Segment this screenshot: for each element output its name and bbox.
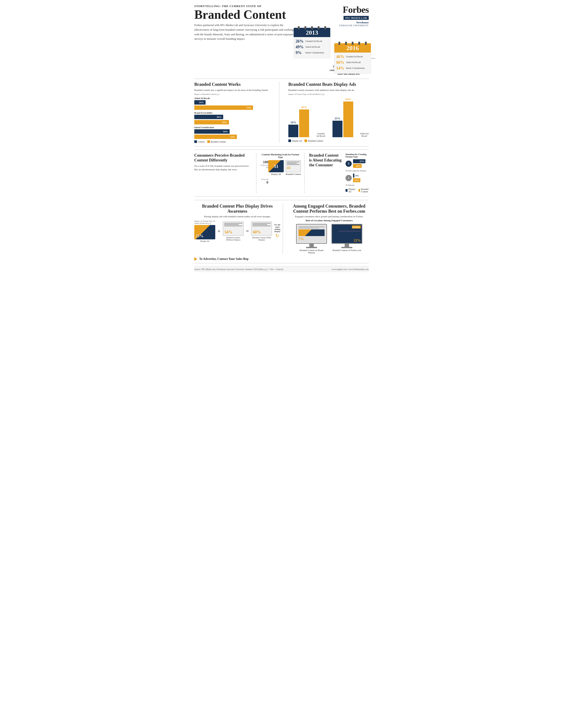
educating-legend: Display Ad Branded Content bbox=[346, 188, 370, 193]
calendar-2013: 2013 26% Unaided Ad Recall 49% Aided Ad … bbox=[294, 28, 330, 63]
ed-legend-branded-label: Branded Content bbox=[361, 188, 370, 193]
cal-row-1: 49% Aided Ad Recall bbox=[296, 45, 328, 49]
awareness-desc: Pairing display ads with branded content… bbox=[194, 215, 280, 218]
formula-branded-with-caption: Branded Content (With Display) bbox=[251, 236, 272, 241]
legend-control: Control bbox=[194, 140, 205, 143]
scale-bottom-number: Is An Ad 0 bbox=[260, 178, 268, 184]
awareness-title: Branded Content Plus Display Drives Awar… bbox=[194, 204, 280, 214]
formula-display-pct: 25% bbox=[195, 234, 203, 238]
beats-group-title-0: Unaided Ad Recall bbox=[316, 132, 326, 137]
lift-note: 9% lift when adding display bbox=[274, 224, 280, 233]
sim-l2 bbox=[224, 224, 239, 225]
intention-sell-row: $ 37% 26% bbox=[346, 159, 370, 168]
formula-lift: 9% lift when adding display ↻ bbox=[274, 224, 280, 239]
header: STORYTELLING: THE CURRENT STATE OF Brand… bbox=[194, 4, 369, 76]
bbar-branded-1: 54% bbox=[343, 98, 353, 137]
bar-gold-0: 73% bbox=[194, 105, 253, 110]
ed-legend-display-label: Display Ad bbox=[349, 188, 356, 193]
bbar-inner-branded-0 bbox=[299, 109, 309, 137]
header-right: Forbes IPG MEDIA LAB Newhouse SYRACUSE U… bbox=[294, 4, 369, 76]
formula-branded-no-pct: 54% bbox=[224, 230, 232, 235]
cal-label-2: Intent/ Consideration bbox=[305, 51, 324, 54]
bar-pct-dark-0: 14% bbox=[198, 101, 205, 104]
educate-bar-display: 4% bbox=[353, 174, 370, 178]
divider-3 bbox=[194, 263, 369, 263]
beats-chart: 19% 42% Unaided Ad Recall 25% bbox=[289, 98, 369, 137]
formula-plus: + bbox=[217, 228, 220, 234]
beats-legend: Display Ad Branded Content bbox=[289, 139, 369, 142]
beats-group-title-1: Aided Ad Recall bbox=[360, 132, 369, 137]
cal-pct-2016-1: 66% bbox=[336, 60, 345, 65]
formula-branded-with-pct: 60% bbox=[253, 230, 261, 235]
forbes-sim-l2 bbox=[339, 231, 361, 232]
cal-label-2016-2: Intent/ Consideration bbox=[346, 67, 365, 69]
works-metric-1: Brand Favorability 36% 43% bbox=[194, 112, 274, 124]
cal-header-2013: 2013 bbox=[294, 28, 330, 37]
brand-sim-img bbox=[299, 229, 325, 236]
year-2016: 2016 bbox=[337, 45, 369, 52]
header-left: STORYTELLING: THE CURRENT STATE OF Brand… bbox=[194, 4, 294, 41]
educating-title-col: Branded Content is About Educating the C… bbox=[309, 153, 342, 193]
perceive-title: Consumers Perceive Branded Content Diffe… bbox=[194, 153, 252, 163]
beats-title: Branded Content Beats Display Ads bbox=[289, 82, 369, 87]
cal-row-2: 9% Intent/ Consideration bbox=[296, 51, 328, 55]
educate-label: To Educate bbox=[346, 184, 370, 186]
forbes-monitor-pct: 22% bbox=[354, 238, 361, 242]
legend-box-gold bbox=[207, 140, 210, 143]
display-formula: Impact of Format Type on Aided Ad Recall… bbox=[194, 220, 280, 242]
brand-monitor-content: 7% bbox=[298, 225, 326, 242]
footer-source: Source: IPG Media Lab, Newhouse Syracuse… bbox=[194, 268, 283, 270]
beats-impact-note: Impact of Format Type on Recall Metrics … bbox=[289, 93, 369, 95]
beats-legend-display: Display Ad bbox=[289, 139, 302, 142]
forbes-monitor-inner: Forbes 22% bbox=[332, 225, 362, 243]
year-2013: 2013 bbox=[296, 29, 328, 36]
formula-display-note: Impact of Format Type on Aided Ad Recall… bbox=[194, 220, 215, 224]
footer-web1: www.ipglab.com bbox=[332, 268, 347, 270]
works-metric-2: Intent/Consideration 44% 53% bbox=[194, 126, 274, 139]
brand-monitor-inner: 7% bbox=[297, 225, 326, 243]
ed-legend-display: Display Ad bbox=[346, 188, 356, 193]
metric-label-1: Brand Favorability bbox=[194, 112, 274, 114]
works-legend: Control Branded Content bbox=[194, 140, 274, 143]
educate-bars: 4% 22% bbox=[353, 174, 370, 182]
ed-legend-box-dark bbox=[346, 189, 348, 192]
bar-pct-gold-1: 43% bbox=[221, 121, 228, 124]
beats-legend-box-gold bbox=[305, 139, 307, 142]
formula-display-caption: Display Ad bbox=[200, 240, 209, 242]
scale-labels: 100 Is Not An Ad Is An Ad 0 bbox=[260, 160, 268, 184]
brand-monitor-base bbox=[306, 247, 317, 248]
perceive-section: Consumers Perceive Branded Content Diffe… bbox=[194, 153, 256, 193]
intro-text: Forbes partnered with IPG Media Lab and … bbox=[194, 23, 294, 41]
sim-l1 bbox=[224, 223, 242, 224]
bbar-top-pct-branded-1: 54% bbox=[345, 98, 351, 101]
page: STORYTELLING: THE CURRENT STATE OF Brand… bbox=[188, 0, 375, 274]
works-beats-section: Branded Content Works Branded content ha… bbox=[194, 82, 369, 143]
bar-row-gold-2: 53% bbox=[194, 135, 274, 139]
bar-gold-2: 53% bbox=[194, 135, 237, 139]
forbes-monitor-logo: Forbes bbox=[352, 225, 361, 229]
forbes-monitor-base bbox=[341, 247, 352, 248]
sell-icon: $ bbox=[346, 161, 352, 167]
forbes-monitor-caption: Branded Content on Forbes.com bbox=[333, 249, 361, 251]
footer: Source: IPG Media Lab, Newhouse Syracuse… bbox=[194, 266, 369, 272]
beats-desc: Branded content resonates with audiences… bbox=[289, 88, 369, 92]
calendars: 2013 26% Unaided Ad Recall 49% Aided Ad … bbox=[294, 28, 369, 63]
sim-lw3 bbox=[252, 225, 271, 226]
perceive-desc: On a scale of 0-100, branded content was… bbox=[194, 164, 252, 171]
awareness-section: Branded Content Plus Display Drives Awar… bbox=[194, 204, 283, 254]
cal-row-2016-0: 46% Unaided Ad Recall bbox=[336, 54, 369, 59]
educate-branded-pct: 22% bbox=[355, 179, 360, 182]
beats-legend-box-dark bbox=[289, 139, 291, 142]
footer-websites: www.ipglab.com | www.forbesmedia.com bbox=[332, 268, 369, 270]
bar-dark-1: 36% bbox=[194, 115, 223, 119]
educating-section: Branded Content is About Educating the C… bbox=[305, 153, 369, 193]
sell-bar-display: 37% bbox=[353, 159, 370, 163]
bar-pct-dark-2: 44% bbox=[222, 130, 229, 133]
newhouse-logo: Newhouse SYRACUSE UNIVERSITY bbox=[339, 21, 369, 27]
cta-text: To Advertise, Contact Your Sales Rep bbox=[199, 257, 248, 261]
works-impact-note: Impact of Branded Content (△) bbox=[194, 93, 274, 95]
brand-monitor-stand bbox=[309, 244, 314, 247]
beats-group-0: 19% 42% bbox=[289, 105, 309, 137]
brand-monitor-caption: Branded Content on Brand Website bbox=[296, 249, 327, 254]
bbar-inner-display-1 bbox=[333, 121, 343, 137]
